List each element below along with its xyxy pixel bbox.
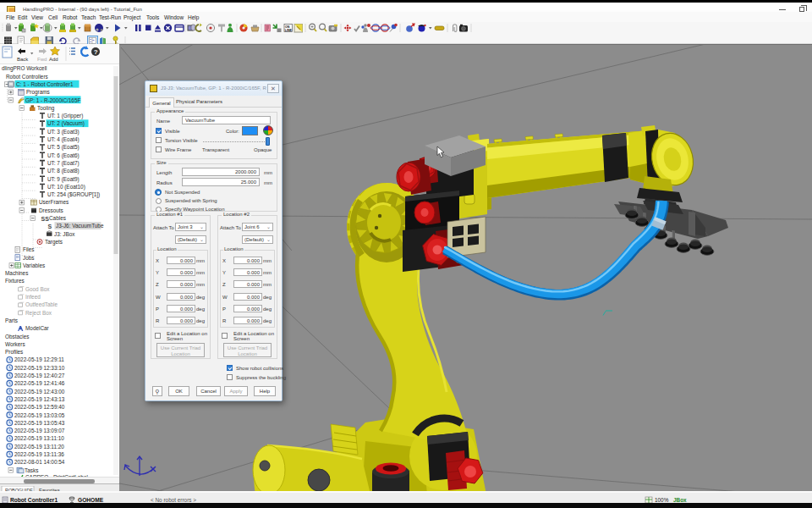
svg-text:2022-05-19 12:59:40: 2022-05-19 12:59:40: [14, 404, 65, 410]
svg-text:S: S: [48, 224, 52, 229]
svg-text:Parts: Parts: [5, 318, 18, 323]
svg-text:Back: Back: [17, 57, 29, 62]
svg-text:UT: 1 (Gripper): UT: 1 (Gripper): [47, 113, 83, 119]
svg-text:C: 1 - Robot Controller1: C: 1 - Robot Controller1: [16, 81, 74, 87]
svg-text:2022-05-19 12:40:27: 2022-05-19 12:40:27: [14, 373, 65, 378]
svg-text:UT: 4 (Eoat4): UT: 4 (Eoat4): [47, 136, 80, 143]
svg-text:2022-05-19 13:11:36: 2022-05-19 13:11:36: [14, 451, 64, 457]
svg-text:JBox: JBox: [673, 497, 687, 503]
svg-text:UT: 10 (Eoat10): UT: 10 (Eoat10): [47, 184, 85, 190]
svg-text:2022-05-19 12:33:10: 2022-05-19 12:33:10: [14, 365, 65, 371]
svg-text:UT: 9 (Eoat9): UT: 9 (Eoat9): [47, 176, 80, 183]
svg-text:UT: 5 (Eoat5): UT: 5 (Eoat5): [47, 144, 80, 151]
svg-text:2022-05-19 13:09:07: 2022-05-19 13:09:07: [14, 428, 65, 433]
svg-text:J3: JBox: J3: JBox: [54, 231, 75, 237]
svg-text:Profiles: Profiles: [5, 349, 23, 355]
svg-text:Tooling: Tooling: [37, 105, 55, 112]
svg-text:GP: 1 - R-2000iC/165F: GP: 1 - R-2000iC/165F: [25, 97, 80, 103]
svg-text:Dressouts: Dressouts: [39, 207, 63, 213]
svg-text:UT: 3 (Eoat3): UT: 3 (Eoat3): [47, 129, 80, 135]
svg-text:Targets: Targets: [45, 239, 63, 246]
svg-text:2022-05-19 13:11:10: 2022-05-19 13:11:10: [14, 435, 64, 441]
svg-text:?: ?: [94, 48, 98, 56]
svg-text:UT: 2 (Vacuum): UT: 2 (Vacuum): [47, 120, 85, 127]
svg-text:Workers: Workers: [5, 341, 25, 347]
svg-text:2022-05-19 12:43:13: 2022-05-19 12:43:13: [14, 396, 65, 402]
svg-text:2022-05-19 13:05:43: 2022-05-19 13:05:43: [14, 420, 65, 426]
svg-text:Obstacles: Obstacles: [5, 334, 29, 340]
svg-text:Machines: Machines: [5, 270, 28, 276]
svg-text:UT: 8 (Eoat8): UT: 8 (Eoat8): [47, 168, 80, 174]
svg-text:Robot Controllers: Robot Controllers: [6, 74, 48, 80]
svg-text:SS: SS: [41, 216, 50, 222]
svg-text:Tasks: Tasks: [25, 467, 38, 473]
svg-text:GOHOME: GOHOME: [78, 497, 104, 503]
svg-text:2022-05-19 12:41:46: 2022-05-19 12:41:46: [14, 380, 65, 386]
svg-text:UserFrames: UserFrames: [39, 199, 69, 205]
svg-text:Add: Add: [49, 57, 58, 62]
svg-text:Variables: Variables: [23, 262, 45, 268]
svg-text:Cables: Cables: [49, 215, 66, 221]
svg-text:Reject Box: Reject Box: [25, 310, 52, 317]
svg-text:2022-05-19 13:03:05: 2022-05-19 13:03:05: [14, 412, 65, 418]
svg-text:UT: 7 (Eoat7): UT: 7 (Eoat7): [47, 160, 80, 167]
svg-text:J3-J6: VacuumTube: J3-J6: VacuumTube: [56, 223, 104, 229]
svg-text:Good Box: Good Box: [25, 286, 50, 292]
svg-text:ModelCar: ModelCar: [25, 325, 50, 331]
svg-text:2022-05-19 12:43:00: 2022-05-19 12:43:00: [14, 389, 65, 395]
svg-text:< No robot errors >: < No robot errors >: [151, 497, 196, 503]
svg-text:Fixtures: Fixtures: [5, 278, 25, 284]
svg-text:2022-08-01 14:00:54: 2022-08-01 14:00:54: [14, 459, 65, 465]
svg-text:100%: 100%: [655, 497, 669, 503]
svg-text:2022-05-19 12:29:11: 2022-05-19 12:29:11: [14, 356, 64, 362]
svg-text:Infeed: Infeed: [25, 294, 41, 300]
svg-text:OutfeedTable: OutfeedTable: [25, 301, 58, 307]
svg-text:LINE: LINE: [285, 29, 293, 32]
svg-text:UT: 6 (Eoat6): UT: 6 (Eoat6): [47, 152, 80, 159]
svg-text:Files: Files: [23, 246, 35, 252]
svg-text:UT: 254 ($GROUP[1]): UT: 254 ($GROUP[1]): [47, 191, 100, 198]
svg-text:Jobs: Jobs: [23, 255, 35, 261]
svg-text:Robot Controller1: Robot Controller1: [10, 497, 58, 503]
svg-text:Programs: Programs: [26, 89, 50, 96]
svg-text:dlingPRO Workcell: dlingPRO Workcell: [2, 65, 47, 72]
svg-text:Fwd: Fwd: [37, 57, 47, 62]
svg-text:2022-05-19 13:11:20: 2022-05-19 13:11:20: [14, 444, 64, 450]
